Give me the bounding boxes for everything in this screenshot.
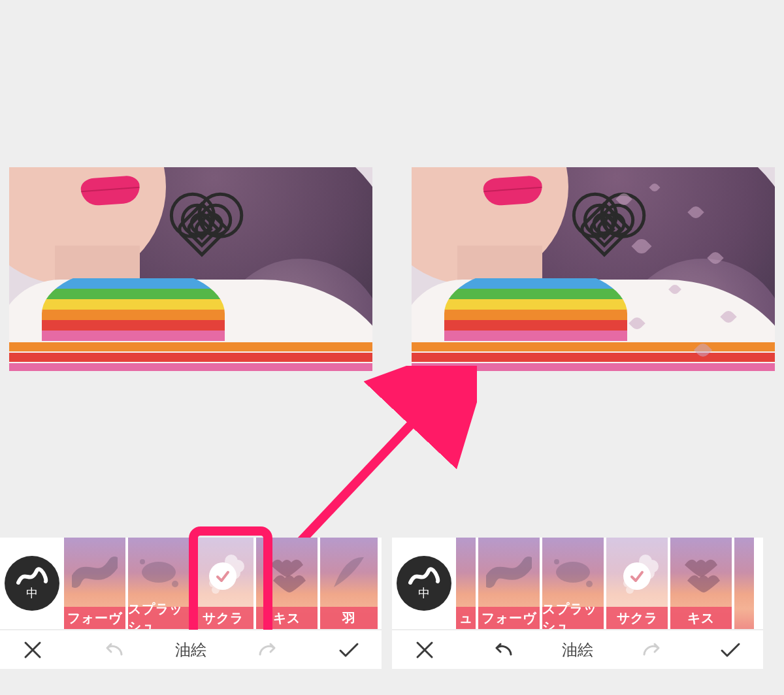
filter-sakura[interactable]: サクラ xyxy=(192,538,253,629)
brush-size-button[interactable]: 中 xyxy=(0,538,64,629)
undo-button[interactable] xyxy=(95,632,131,668)
redo-icon xyxy=(642,641,664,658)
confirm-button[interactable] xyxy=(712,632,749,668)
heart-earring-icon xyxy=(578,197,630,255)
filter-label: スプラッシュ xyxy=(128,607,189,629)
lips-icon xyxy=(670,538,732,607)
lips-icon xyxy=(256,538,318,607)
check-icon xyxy=(338,641,360,658)
filter-partial[interactable]: ュ xyxy=(456,538,476,629)
filter-label: サクラ xyxy=(192,607,253,629)
filter-strip-left: 中 フォーヴ スプラッシュ xyxy=(0,538,382,629)
filter-partial-end[interactable] xyxy=(734,538,754,629)
feather-icon xyxy=(320,538,378,607)
bottom-toolbar-left: 油絵 xyxy=(0,630,382,669)
filter-label: キス xyxy=(256,607,318,629)
filter-list-right[interactable]: ュ フォーヴ スプラッシュ xyxy=(456,538,763,629)
toolbar-title: 油絵 xyxy=(175,639,206,660)
brushstroke-icon xyxy=(64,538,125,607)
selected-check-icon xyxy=(623,562,651,590)
filter-label: 羽 xyxy=(320,607,378,629)
heart-earring-icon xyxy=(176,197,228,255)
cancel-button[interactable] xyxy=(14,632,51,668)
filter-feather[interactable]: 羽 xyxy=(320,538,378,629)
brush-stroke-icon xyxy=(16,566,48,588)
brushstroke-icon xyxy=(478,538,540,607)
toolbar-title: 油絵 xyxy=(562,639,593,660)
filter-label: フォーヴ xyxy=(478,607,540,629)
splash-icon xyxy=(542,538,604,607)
splash-icon xyxy=(128,538,189,607)
selected-check-icon xyxy=(209,562,237,590)
filter-fauve[interactable]: フォーヴ xyxy=(64,538,125,629)
close-icon xyxy=(23,640,42,660)
filter-kiss[interactable]: キス xyxy=(670,538,732,629)
undo-icon xyxy=(102,641,124,658)
filter-label: サクラ xyxy=(606,607,668,629)
filter-list-left[interactable]: フォーヴ スプラッシュ サクラ xyxy=(64,538,382,629)
close-icon xyxy=(415,640,434,660)
undo-button[interactable] xyxy=(484,632,521,668)
svg-point-2 xyxy=(140,559,145,564)
filter-strip-right: 中 ュ フォーヴ スプラッシュ xyxy=(392,538,763,629)
cancel-button[interactable] xyxy=(406,632,443,668)
filter-fauve[interactable]: フォーヴ xyxy=(478,538,540,629)
undo-icon xyxy=(491,641,514,658)
filter-sakura[interactable]: サクラ xyxy=(606,538,668,629)
svg-point-13 xyxy=(554,559,559,564)
filter-splash[interactable]: スプラッシュ xyxy=(128,538,189,629)
brush-stroke-icon xyxy=(408,566,440,588)
check-icon xyxy=(719,641,742,658)
brush-size-button[interactable]: 中 xyxy=(392,538,456,629)
svg-point-3 xyxy=(172,581,178,587)
confirm-button[interactable] xyxy=(331,632,367,668)
filter-label: キス xyxy=(670,607,732,629)
preview-row xyxy=(0,167,784,371)
filter-label: スプラッシュ xyxy=(542,607,604,629)
redo-button[interactable] xyxy=(250,632,287,668)
bottom-toolbar-right: 油絵 xyxy=(392,630,763,669)
filter-kiss[interactable]: キス xyxy=(256,538,318,629)
filter-splash[interactable]: スプラッシュ xyxy=(542,538,604,629)
preview-after[interactable] xyxy=(412,167,775,371)
filter-label: フォーヴ xyxy=(64,607,125,629)
brush-size-label: 中 xyxy=(26,585,38,601)
svg-point-12 xyxy=(556,562,590,583)
filter-label: ュ xyxy=(456,607,476,629)
redo-icon xyxy=(257,641,280,658)
redo-button[interactable] xyxy=(634,632,671,668)
svg-point-14 xyxy=(586,581,593,587)
preview-before[interactable] xyxy=(9,167,372,371)
svg-point-1 xyxy=(142,562,176,583)
brush-size-label: 中 xyxy=(418,585,430,601)
